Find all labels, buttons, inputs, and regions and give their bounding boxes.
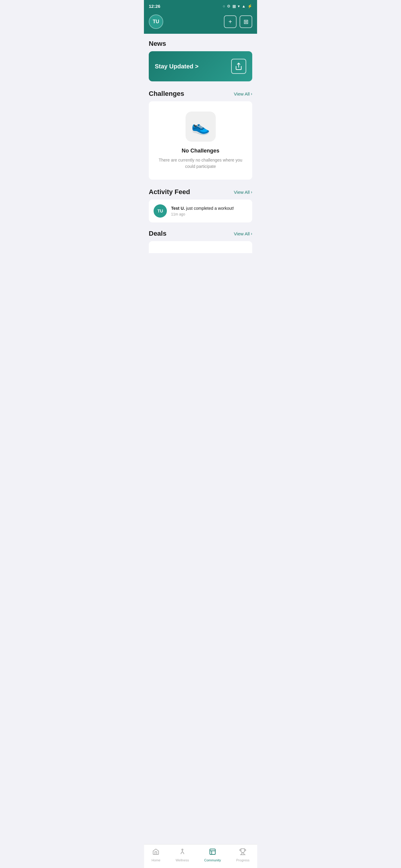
deals-section-header: Deals View All › — [149, 230, 252, 238]
no-challenges-description: There are currently no challenges where … — [155, 157, 246, 170]
notification-icon: ○ — [223, 4, 225, 8]
challenges-section-header: Challenges View All › — [149, 90, 252, 98]
no-challenges-title: No Challenges — [182, 148, 219, 154]
activity-feed-title: Activity Feed — [149, 188, 190, 196]
activity-feed-view-all[interactable]: View All › — [234, 190, 252, 195]
activity-text: Test U. just completed a workout! 11m ag… — [171, 206, 248, 217]
sim-icon: ▦ — [232, 4, 236, 8]
challenges-card: 👟 No Challenges There are currently no c… — [149, 101, 252, 180]
signal-icon: ▲ — [242, 4, 246, 8]
activity-main-text: Test U. just completed a workout! — [171, 206, 248, 212]
activity-feed-header: Activity Feed View All › — [149, 188, 252, 196]
main-content: News Stay Updated > Challenges View All … — [144, 34, 257, 280]
news-section: News Stay Updated > — [144, 34, 257, 84]
plus-icon: + — [228, 19, 232, 25]
battery-icon: ⚡ — [248, 4, 252, 8]
wifi-icon: ▾ — [238, 4, 240, 8]
activity-feed-card: TU Test U. just completed a workout! 11m… — [149, 199, 252, 222]
scan-button[interactable]: ⊞ — [239, 16, 252, 28]
activity-action: just completed a workout! — [186, 206, 234, 211]
settings-status-icon: ⚙ — [227, 4, 231, 8]
challenges-chevron-icon: › — [251, 91, 252, 96]
sneaker-icon: 👟 — [191, 118, 210, 135]
challenges-section: Challenges View All › 👟 No Challenges Th… — [144, 84, 257, 182]
challenges-view-all[interactable]: View All › — [234, 91, 252, 96]
header-actions: + ⊞ — [224, 16, 252, 28]
add-button[interactable]: + — [224, 16, 236, 28]
qr-scan-icon: ⊞ — [244, 18, 249, 25]
deals-preview — [149, 241, 252, 253]
news-share-icon — [231, 59, 246, 74]
deals-view-all[interactable]: View All › — [234, 231, 252, 236]
news-card[interactable]: Stay Updated > — [149, 51, 252, 82]
user-avatar[interactable]: TU — [149, 14, 163, 29]
activity-feed-chevron-icon: › — [251, 190, 252, 194]
app-header: TU + ⊞ — [144, 12, 257, 34]
activity-feed-section: Activity Feed View All › TU Test U. just… — [144, 182, 257, 225]
news-card-title: Stay Updated > — [155, 63, 199, 70]
activity-username: Test U. — [171, 206, 185, 211]
activity-timestamp: 11m ago — [171, 212, 248, 216]
deals-title: Deals — [149, 230, 167, 238]
activity-item[interactable]: TU Test U. just completed a workout! 11m… — [149, 199, 252, 222]
status-time: 12:26 — [149, 4, 160, 9]
news-title: News — [149, 40, 252, 48]
status-bar: 12:26 ○ ⚙ ▦ ▾ ▲ ⚡ — [144, 0, 257, 12]
no-challenges-icon: 👟 — [185, 112, 216, 142]
activity-user-avatar: TU — [153, 204, 167, 218]
deals-chevron-icon: › — [251, 231, 252, 236]
status-icons: ○ ⚙ ▦ ▾ ▲ ⚡ — [223, 4, 252, 8]
challenges-title: Challenges — [149, 90, 184, 98]
deals-section: Deals View All › — [144, 225, 257, 255]
